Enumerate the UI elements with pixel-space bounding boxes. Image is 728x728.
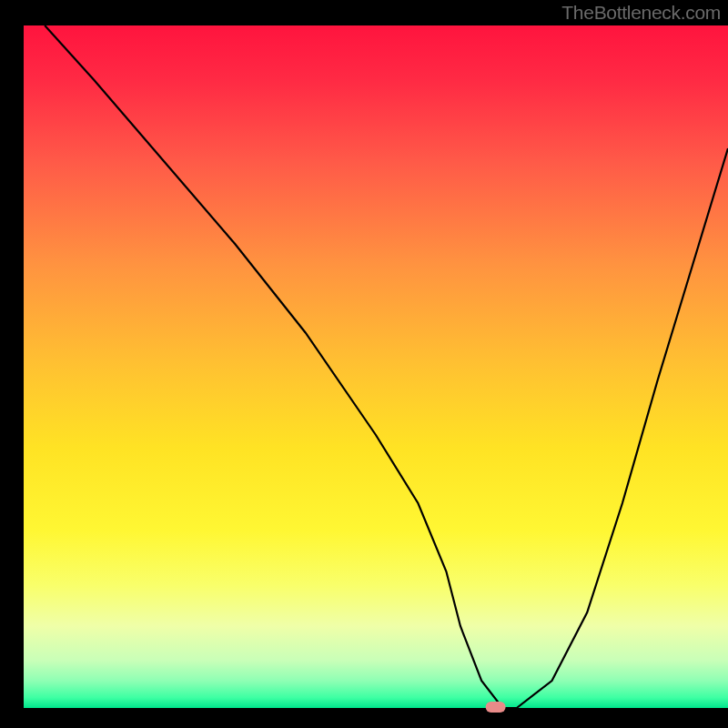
plot-background [24,25,728,708]
chart-container: TheBottleneck.com [0,0,728,728]
optimum-marker [486,702,506,713]
bottleneck-chart [0,0,728,728]
watermark-text: TheBottleneck.com [561,2,721,24]
